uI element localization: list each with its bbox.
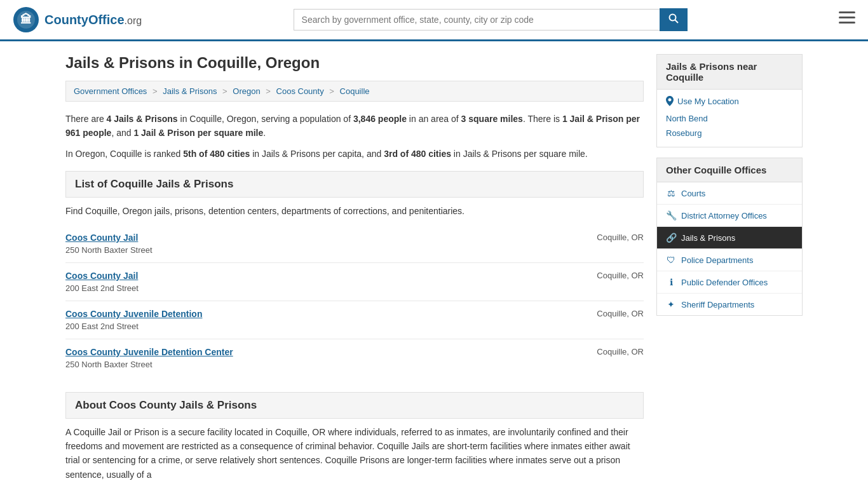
page-header: 🏛 CountyOffice.org xyxy=(0,0,868,41)
sheriff-label: Sheriff Departments xyxy=(681,300,754,309)
search-button[interactable] xyxy=(660,8,688,31)
jail-location-2: Coquille, OR xyxy=(597,271,644,280)
table-row: Coos County Juvenile Detention Center 25… xyxy=(65,339,644,377)
jail-location-1: Coquille, OR xyxy=(597,233,644,242)
jail-address-1: 250 North Baxter Street xyxy=(65,245,153,255)
sidebar-item-sheriff[interactable]: ✦ Sheriff Departments xyxy=(657,294,802,315)
breadcrumb-gov-offices[interactable]: Government Offices xyxy=(74,86,147,96)
district-attorney-icon: 🔧 xyxy=(666,210,676,220)
svg-point-3 xyxy=(669,15,675,21)
main-content: Jails & Prisons in Coquille, Oregon Gove… xyxy=(65,54,644,482)
breadcrumb-jails-prisons[interactable]: Jails & Prisons xyxy=(163,86,217,96)
svg-text:🏛: 🏛 xyxy=(20,13,32,26)
nearby-box-title: Jails & Prisons near Coquille xyxy=(657,55,802,90)
search-icon xyxy=(668,13,679,24)
breadcrumb-coquille[interactable]: Coquille xyxy=(340,86,370,96)
sidebar-item-district-attorney[interactable]: 🔧 District Attorney Offices xyxy=(657,205,802,227)
jail-name-1[interactable]: Coos County Jail xyxy=(65,233,153,243)
page-container: Jails & Prisons in Coquille, Oregon Gove… xyxy=(53,41,815,488)
nearby-box: Jails & Prisons near Coquille Use My Loc… xyxy=(656,54,803,147)
other-offices-title: Other Coquille Offices xyxy=(657,158,802,182)
description-line1: There are 4 Jails & Prisons in Coquille,… xyxy=(65,112,644,140)
jail-address-3: 200 East 2nd Street xyxy=(65,322,139,331)
logo-icon: 🏛 xyxy=(13,6,39,33)
use-my-location-link[interactable]: Use My Location xyxy=(666,96,793,106)
about-text: A Coquille Jail or Prison is a secure fa… xyxy=(65,425,644,482)
list-section-header: List of Coquille Jails & Prisons xyxy=(65,171,644,198)
jails-prisons-label: Jails & Prisons xyxy=(681,233,735,243)
table-row: Coos County Juvenile Detention 200 East … xyxy=(65,301,644,339)
sidebar-item-police-departments[interactable]: 🛡 Police Departments xyxy=(657,249,802,271)
jail-location-3: Coquille, OR xyxy=(597,309,644,318)
other-offices-box: Other Coquille Offices ⚖ Courts 🔧 Distri… xyxy=(656,158,803,316)
nearby-city-north-bend[interactable]: North Bend xyxy=(666,111,793,126)
list-description: Find Coquille, Oregon jails, prisons, de… xyxy=(65,204,644,218)
logo-area: 🏛 CountyOffice.org xyxy=(13,6,142,33)
table-row: Coos County Jail 200 East 2nd Street Coq… xyxy=(65,263,644,301)
jail-address-4: 250 North Baxter Street xyxy=(65,360,153,369)
sidebar: Jails & Prisons near Coquille Use My Loc… xyxy=(656,54,803,482)
svg-line-4 xyxy=(675,20,678,24)
jail-location-4: Coquille, OR xyxy=(597,347,644,356)
sidebar-item-public-defender[interactable]: ℹ Public Defender Offices xyxy=(657,271,802,294)
sheriff-icon: ✦ xyxy=(666,299,676,309)
description-line2: In Oregon, Coquille is ranked 5th of 480… xyxy=(65,147,644,161)
page-title: Jails & Prisons in Coquille, Oregon xyxy=(65,54,644,72)
search-area xyxy=(294,8,688,31)
jail-info-3: Coos County Juvenile Detention 200 East … xyxy=(65,309,202,331)
about-section-header: About Coos County Jails & Prisons xyxy=(65,392,644,419)
jail-info-1: Coos County Jail 250 North Baxter Street xyxy=(65,233,153,255)
svg-rect-5 xyxy=(839,11,855,13)
nearby-box-content: Use My Location North Bend Roseburg xyxy=(657,90,802,147)
nearby-city-roseburg[interactable]: Roseburg xyxy=(666,126,793,140)
table-row: Coos County Jail 250 North Baxter Street… xyxy=(65,225,644,263)
police-label: Police Departments xyxy=(681,255,753,265)
breadcrumb-coos-county[interactable]: Coos County xyxy=(276,86,324,96)
courts-label: Courts xyxy=(681,189,705,198)
svg-rect-6 xyxy=(839,17,855,18)
jail-name-2[interactable]: Coos County Jail xyxy=(65,271,139,281)
jail-info-2: Coos County Jail 200 East 2nd Street xyxy=(65,271,139,293)
district-attorney-label: District Attorney Offices xyxy=(681,211,767,220)
svg-rect-7 xyxy=(839,22,855,24)
jail-address-2: 200 East 2nd Street xyxy=(65,283,139,293)
location-pin-icon xyxy=(666,96,674,106)
sidebar-item-jails-prisons[interactable]: 🔗 Jails & Prisons xyxy=(657,227,802,249)
public-defender-icon: ℹ xyxy=(666,277,676,287)
sidebar-item-courts[interactable]: ⚖ Courts xyxy=(657,182,802,205)
jails-prisons-icon: 🔗 xyxy=(666,233,676,243)
jail-name-4[interactable]: Coos County Juvenile Detention Center xyxy=(65,347,233,357)
jail-list: Coos County Jail 250 North Baxter Street… xyxy=(65,225,644,377)
jail-info-4: Coos County Juvenile Detention Center 25… xyxy=(65,347,233,369)
police-icon: 🛡 xyxy=(666,255,676,265)
search-input[interactable] xyxy=(294,9,660,30)
breadcrumb: Government Offices > Jails & Prisons > O… xyxy=(65,81,644,102)
public-defender-label: Public Defender Offices xyxy=(681,278,768,287)
menu-icon[interactable] xyxy=(839,11,855,28)
courts-icon: ⚖ xyxy=(666,188,676,198)
logo-text: CountyOffice.org xyxy=(44,13,142,27)
breadcrumb-oregon[interactable]: Oregon xyxy=(233,86,260,96)
jail-name-3[interactable]: Coos County Juvenile Detention xyxy=(65,309,202,319)
